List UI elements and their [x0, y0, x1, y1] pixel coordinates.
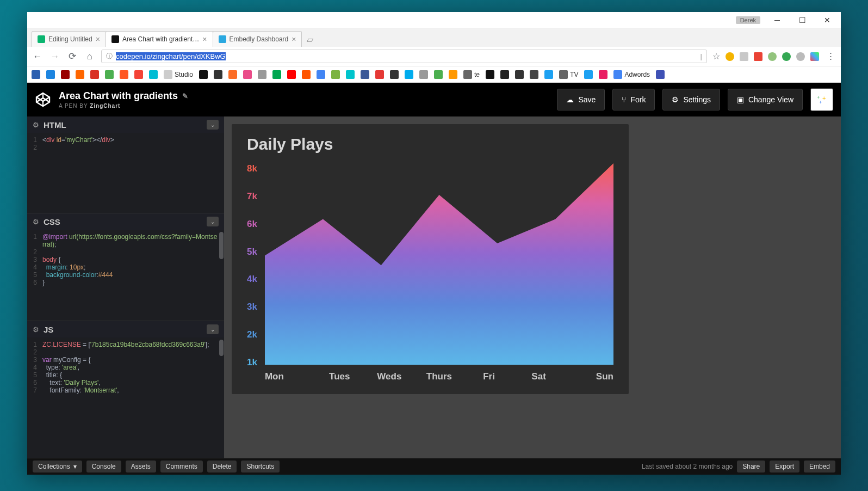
extension-icon[interactable] — [768, 52, 777, 61]
delete-button[interactable]: Delete — [207, 461, 237, 472]
tab-0[interactable]: Editing Untitled × — [32, 31, 106, 47]
scrollbar[interactable] — [219, 340, 224, 356]
edit-title-icon[interactable]: ✎ — [182, 92, 188, 100]
codepen-header: Area Chart with gradients ✎ A PEN BY Zin… — [27, 83, 841, 116]
bookmark-icon[interactable] — [544, 70, 553, 79]
home-button[interactable]: ⌂ — [84, 51, 96, 62]
extension-icon[interactable] — [740, 52, 748, 61]
expand-icon[interactable]: ⌄ — [207, 217, 219, 226]
maximize-button[interactable]: ☐ — [790, 13, 815, 28]
bookmark-icon[interactable] — [500, 70, 509, 79]
bookmark-icon[interactable] — [405, 70, 413, 79]
gear-icon[interactable]: ⚙ — [33, 218, 39, 226]
shortcuts-button[interactable]: Shortcuts — [241, 461, 280, 472]
comments-button[interactable]: Comments — [160, 461, 203, 472]
share-button[interactable]: Share — [737, 461, 765, 472]
bookmark-icon[interactable] — [302, 70, 311, 79]
editors-column: ⚙ HTML ⌄ 1<div id='myChart'></div> 2 ⚙ C… — [27, 116, 224, 458]
bookmark-icon[interactable] — [287, 70, 296, 79]
bookmark-icon[interactable] — [331, 70, 340, 79]
bookmark-icon[interactable] — [46, 70, 55, 79]
expand-icon[interactable]: ⌄ — [207, 324, 219, 334]
minimize-button[interactable]: ─ — [765, 13, 790, 28]
favicon-icon — [111, 35, 119, 43]
bookmark-star-icon[interactable]: ☆ — [712, 51, 720, 62]
heart-button[interactable]: +++ — [810, 88, 833, 111]
bookmark-icon[interactable] — [272, 70, 281, 79]
bookmark-icon[interactable] — [375, 70, 384, 79]
bookmark-icon[interactable] — [346, 70, 355, 79]
css-editor[interactable]: 1@import url(https://fonts.googleapis.co… — [27, 230, 224, 321]
close-tab-icon[interactable]: × — [202, 35, 207, 44]
html-editor[interactable]: 1<div id='myChart'></div> 2 — [27, 133, 224, 213]
bookmark-icon[interactable] — [584, 70, 593, 79]
bookmark-icon[interactable] — [515, 70, 524, 79]
bookmark-icon[interactable] — [530, 70, 538, 79]
bookmark-icon[interactable] — [243, 70, 252, 79]
tab-1[interactable]: Area Chart with gradient… × — [106, 31, 213, 47]
bookmark-icon[interactable] — [599, 70, 607, 79]
bookmark-item[interactable]: Adwords — [613, 70, 650, 79]
bookmark-icon[interactable] — [61, 70, 70, 79]
bookmark-item[interactable]: TV — [559, 70, 578, 79]
new-tab-button[interactable]: ▱ — [301, 32, 319, 47]
bookmark-icon[interactable] — [486, 70, 494, 79]
bookmark-icon[interactable] — [449, 70, 457, 79]
extension-icon[interactable] — [796, 52, 805, 61]
expand-icon[interactable]: ⌄ — [207, 120, 219, 130]
bookmark-item[interactable]: Studio — [164, 70, 193, 79]
bookmark-icon[interactable] — [317, 70, 325, 79]
export-button[interactable]: Export — [770, 461, 799, 472]
address-input[interactable]: ⓘ codepen.io/zingchart/pen/dXKBwG | — [101, 50, 707, 63]
fork-button[interactable]: ⑂Fork — [612, 89, 655, 111]
bookmark-icon[interactable] — [90, 70, 99, 79]
bookmark-icon[interactable] — [76, 70, 84, 79]
scrollbar[interactable] — [219, 232, 224, 259]
bookmark-icon[interactable] — [390, 70, 399, 79]
bookmark-icon[interactable] — [134, 70, 143, 79]
bookmark-icon[interactable] — [149, 70, 158, 79]
change-view-button[interactable]: ▣Change View — [728, 89, 803, 111]
close-tab-icon[interactable]: × — [96, 35, 100, 44]
js-editor[interactable]: 1ZC.LICENSE = ['7b185ca19b4be2cba68fdcd3… — [27, 337, 224, 458]
settings-button[interactable]: ⚙Settings — [662, 89, 720, 111]
bookmark-icon[interactable] — [419, 70, 428, 79]
back-button[interactable]: ← — [32, 51, 44, 62]
close-button[interactable]: ✕ — [815, 13, 840, 28]
bookmark-icon[interactable] — [105, 70, 114, 79]
forward-button[interactable]: → — [49, 51, 61, 62]
reload-button[interactable]: ⟳ — [66, 51, 78, 62]
extension-icon[interactable] — [726, 52, 734, 61]
assets-button[interactable]: Assets — [126, 461, 156, 472]
extension-icon[interactable] — [810, 52, 819, 61]
gear-icon[interactable]: ⚙ — [33, 326, 39, 334]
console-button[interactable]: Console — [86, 461, 121, 472]
bookmark-item[interactable]: te — [463, 70, 480, 79]
close-tab-icon[interactable]: × — [292, 35, 296, 44]
gear-icon[interactable]: ⚙ — [33, 121, 39, 129]
bookmark-icon[interactable] — [434, 70, 443, 79]
bookmark-icon[interactable] — [228, 70, 237, 79]
bookmark-icon[interactable] — [214, 70, 222, 79]
x-tick: Thurs — [414, 371, 464, 382]
embed-button[interactable]: Embed — [804, 461, 835, 472]
site-info-icon[interactable]: ⓘ — [106, 52, 113, 61]
tab-2[interactable]: Embedly Dashboard × — [213, 31, 302, 47]
bookmark-icon[interactable] — [258, 70, 266, 79]
chart-plot — [265, 163, 613, 365]
extension-icon[interactable] — [754, 52, 762, 61]
bookmark-icon[interactable] — [32, 70, 40, 79]
y-tick: 4k — [247, 274, 257, 299]
pen-title[interactable]: Area Chart with gradients ✎ — [59, 90, 549, 102]
favicon-icon — [219, 35, 226, 43]
collections-button[interactable]: Collections▾ — [33, 461, 82, 472]
author-link[interactable]: ZingChart — [90, 103, 120, 109]
save-button[interactable]: ☁Save — [557, 89, 605, 111]
bookmark-icon[interactable] — [361, 70, 369, 79]
bookmark-icon[interactable] — [656, 70, 665, 79]
extension-icon[interactable] — [782, 52, 791, 61]
bookmark-icon[interactable] — [120, 70, 128, 79]
js-pane: ⚙ JS ⌄ 1ZC.LICENSE = ['7b185ca19b4be2cba… — [27, 321, 224, 458]
bookmark-icon[interactable] — [199, 70, 208, 79]
menu-icon[interactable]: ⋮ — [824, 51, 836, 62]
